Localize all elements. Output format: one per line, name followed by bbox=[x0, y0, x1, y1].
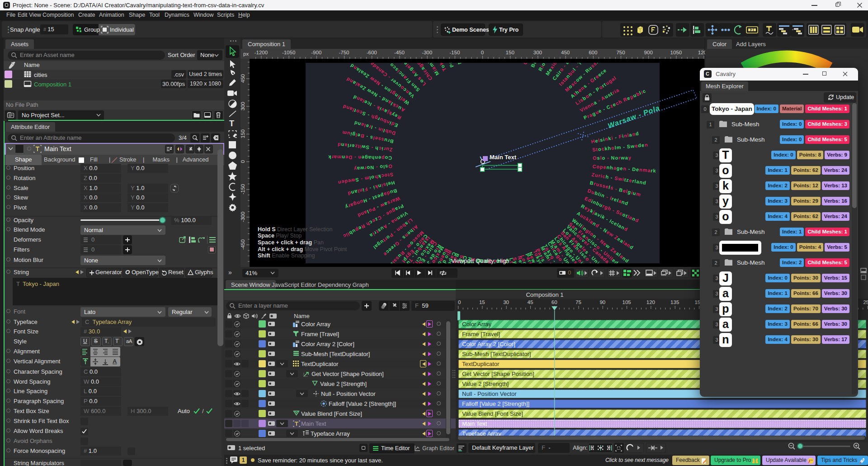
svg-text:45: 45 bbox=[528, 300, 533, 305]
svg-text:15: 15 bbox=[479, 300, 485, 305]
svg-text:90: 90 bbox=[599, 300, 605, 305]
svg-text:255: 255 bbox=[863, 300, 868, 305]
svg-text:75: 75 bbox=[576, 300, 581, 305]
svg-text:120: 120 bbox=[646, 300, 655, 305]
svg-text:0: 0 bbox=[458, 300, 461, 305]
svg-text:60: 60 bbox=[552, 300, 557, 305]
svg-text:30: 30 bbox=[503, 300, 509, 305]
svg-text:135: 135 bbox=[670, 300, 679, 305]
svg-text:105: 105 bbox=[623, 300, 631, 305]
